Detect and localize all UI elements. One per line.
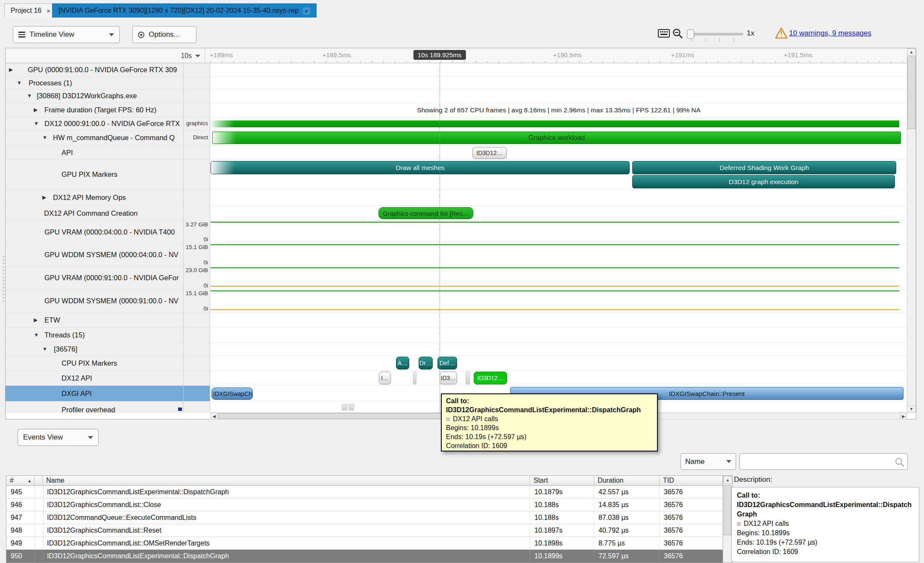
tree-collapse-icon[interactable]: ▼: [34, 120, 39, 126]
timeline-row-track[interactable]: [211, 343, 907, 356]
search-icon[interactable]: [895, 457, 905, 469]
timeline-bar-draw-all-meshes[interactable]: Draw all meshes: [211, 161, 630, 174]
timeline-bar-a-[interactable]: A…: [396, 357, 409, 369]
tree-row-dx12-api[interactable]: DX12 API: [6, 371, 183, 386]
tree-expand-icon[interactable]: ▶: [42, 194, 46, 200]
tree-row-gpu-vram-0000-91-00-0-nvidia-g[interactable]: GPU VRAM (0000:91:00.0 - NVIDIA GeFor: [6, 267, 183, 290]
ruler-time-origin[interactable]: 10s: [6, 48, 205, 63]
timeline-bar-def-[interactable]: Def…: [437, 357, 457, 369]
tree-row-gpu-wddm-sysmem-0000-04-00-0-n[interactable]: GPU WDDM SYSMEM (0000:04:00.0 - NV: [6, 243, 183, 267]
tree-row-gpu-0000-91-00-0-nvidia-geforc[interactable]: ▶GPU (0000:91:00.0 - NVIDIA GeForce RTX …: [6, 63, 183, 77]
timeline-bar[interactable]: [413, 372, 417, 384]
tree-row-api[interactable]: API: [6, 146, 183, 160]
zoom-slider-track[interactable]: [689, 33, 743, 35]
tree-collapse-icon[interactable]: ▼: [42, 346, 47, 352]
options-button[interactable]: Options...: [132, 26, 197, 43]
table-row[interactable]: 949ID3D12GraphicsCommandList::OMSetRende…: [6, 537, 723, 550]
timeline-row-track[interactable]: [211, 290, 907, 313]
column-header-tid[interactable]: TID: [660, 476, 723, 486]
timeline-bar[interactable]: [342, 404, 347, 411]
timeline-bar[interactable]: [466, 372, 470, 384]
timeline-row-track[interactable]: [211, 190, 907, 206]
warnings-messages-link[interactable]: 10 warnings, 9 messages: [789, 29, 871, 38]
timeline-bar-id3-[interactable]: ID3…: [440, 372, 457, 384]
tree-row-gpu-vram-0000-04-00-0-nvidia-t[interactable]: GPU VRAM (0000:04:00.0 - NVIDIA T400: [6, 221, 183, 243]
tree-row-cpu-pix-markers[interactable]: CPU PIX Markers: [6, 356, 183, 371]
tree-row-dx12-api-command-creation[interactable]: DX12 API Command Creation: [6, 206, 183, 221]
timeline-bar-id3d12-[interactable]: ID3D12…: [472, 147, 507, 159]
tab-project-close-icon[interactable]: ×: [46, 7, 51, 15]
tree-row-gpu-wddm-sysmem-0000-91-00-0-n[interactable]: GPU WDDM SYSMEM (0000:91:00.0 - NV: [6, 290, 183, 313]
view-selector-dropdown[interactable]: Timeline View: [13, 26, 120, 43]
tree-row-dx12-0000-91-00-0-nvidia-gefor[interactable]: ▼DX12 0000:91:00.0 - NVIDIA GeForce RTX: [6, 117, 183, 130]
tree-collapse-icon[interactable]: ▼: [27, 93, 32, 99]
events-view-dropdown[interactable]: Events View: [18, 429, 99, 446]
timeline-bar[interactable]: [211, 120, 899, 127]
tree-expand-icon[interactable]: ▶: [34, 107, 38, 113]
tree-row-threads-15-[interactable]: ▼Threads (15): [6, 328, 183, 343]
table-row[interactable]: 948ID3D12GraphicsCommandList::Reset10.18…: [6, 524, 723, 537]
tree-row-hw-m-commandqueue-command-q[interactable]: ▼HW m_commandQueue - Command Q: [6, 130, 183, 146]
tree-row-dxgi-api[interactable]: DXGI API: [6, 386, 183, 402]
zoom-out-icon[interactable]: [672, 28, 683, 41]
tree-row--30868-d3d12workgraphs-exe[interactable]: ▼[30868] D3D12WorkGraphs.exe: [6, 89, 183, 103]
timeline-row-track[interactable]: [211, 221, 907, 243]
panel-drag-handle[interactable]: [3, 256, 4, 303]
timeline-row-track[interactable]: [211, 117, 907, 130]
tree-row-processes-1-[interactable]: ▼Processes (1): [6, 77, 183, 89]
v-scroll-up-icon[interactable]: ▲: [907, 48, 916, 56]
tab-report-close-icon[interactable]: ×: [303, 7, 310, 15]
timeline-row-track[interactable]: Showing 2 of 657 CPU frames | avg 8.16ms…: [211, 103, 907, 117]
table-row[interactable]: 946ID3D12GraphicsCommandList::Close10.18…: [6, 498, 723, 511]
timeline-row-track[interactable]: [211, 89, 907, 103]
timeline-bar-dr-[interactable]: Dr…: [419, 357, 433, 369]
timeline-bar-i-[interactable]: I…: [379, 372, 391, 384]
events-v-scrollbar[interactable]: ▲: [723, 476, 732, 563]
table-row[interactable]: 945ID3D12GraphicsCommandListExperimental…: [6, 486, 723, 498]
v-scrollbar-thumb[interactable]: [907, 56, 915, 129]
column-header-name[interactable]: Name: [43, 476, 530, 486]
tree-row-profiler-overhead[interactable]: Profiler overhead: [6, 402, 183, 413]
timeline-row-track[interactable]: [211, 267, 907, 290]
tree-row-frame-duration-target-fps-60-h[interactable]: ▶Frame duration (Target FPS: 60 Hz): [6, 103, 183, 117]
tree-row-dx12-api-memory-ops[interactable]: ▶DX12 API Memory Ops: [6, 190, 183, 206]
timeline-ruler[interactable]: 10s 10s 189.925ms +189ms+189.5ms+190.5ms…: [6, 48, 916, 63]
v-scroll-down-icon[interactable]: ▼: [907, 405, 916, 413]
zoom-slider-handle[interactable]: [687, 29, 694, 39]
timeline-bar-deferred-shading-work-graph[interactable]: Deferred Shading Work Graph: [632, 161, 896, 174]
tree-collapse-icon[interactable]: ▼: [42, 135, 47, 141]
column-header-duration[interactable]: Duration: [594, 476, 660, 486]
tree-expand-icon[interactable]: ▶: [9, 67, 13, 73]
timeline-bar[interactable]: [349, 404, 354, 411]
table-row[interactable]: 950ID3D12GraphicsCommandListExperimental…: [6, 550, 723, 563]
keyboard-icon[interactable]: [658, 29, 670, 39]
timeline-row-track[interactable]: [211, 63, 907, 77]
timeline-row-track[interactable]: [211, 77, 907, 89]
tree-collapse-icon[interactable]: ▼: [17, 80, 22, 86]
search-input[interactable]: [742, 455, 892, 469]
timeline-bar-graphics-workload[interactable]: Graphics workload: [212, 132, 901, 144]
tree-row-gpu-pix-markers[interactable]: GPU PIX Markers: [6, 160, 183, 190]
tree-collapse-icon[interactable]: ▼: [34, 332, 39, 338]
table-row[interactable]: 947ID3D12CommandQueue::ExecuteCommandLis…: [6, 511, 723, 524]
events-scroll-up-icon[interactable]: ▲: [723, 476, 732, 484]
timeline-row-track[interactable]: [211, 243, 907, 267]
timeline-row-track[interactable]: ID3D12…: [211, 146, 907, 160]
tree-row--36576-[interactable]: ▼[36576]: [6, 343, 183, 356]
column-header-start[interactable]: Start: [530, 476, 594, 486]
timeline-row-track[interactable]: I…ID3…ID3D12…: [211, 371, 907, 386]
tab-project[interactable]: Project 16 ×: [4, 3, 58, 18]
tab-report[interactable]: [NVIDIA GeForce RTX 3090][1280 x 720][DX…: [52, 3, 317, 18]
timeline-row-track[interactable]: Graphics workload: [211, 130, 907, 146]
column-header-#[interactable]: #▴: [6, 476, 35, 486]
timeline-row-track[interactable]: [211, 313, 907, 328]
timeline-row-track[interactable]: [211, 328, 907, 343]
filter-field-dropdown[interactable]: Name: [681, 453, 736, 470]
timeline-bar-id3d12-[interactable]: ID3D12…: [474, 372, 507, 384]
h-scroll-right-icon[interactable]: ▶: [900, 413, 907, 419]
timeline-bar-d3d12-graph-execution[interactable]: D3D12 graph execution: [632, 175, 895, 188]
events-scrollbar-thumb[interactable]: [724, 485, 731, 535]
tree-row-etw[interactable]: ▶ETW: [6, 313, 183, 328]
timeline-bar-graphics-command-list-res-[interactable]: Graphics command list [Res…: [378, 207, 473, 219]
timeline-row-track[interactable]: Graphics command list [Res…: [211, 206, 907, 221]
